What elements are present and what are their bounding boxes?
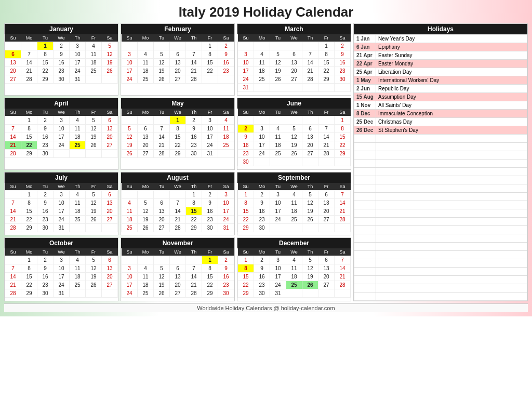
day-header: We bbox=[170, 34, 186, 42]
day-header: We bbox=[170, 248, 186, 256]
cal-day: 19 bbox=[86, 207, 102, 215]
holiday-name: Immaculate Conception bbox=[376, 110, 527, 118]
cal-day: 11 bbox=[138, 273, 154, 281]
cal-day: 26 bbox=[138, 223, 154, 232]
day-header: Mo bbox=[254, 183, 270, 191]
cal-day: 2 bbox=[218, 256, 234, 264]
cal-day: 13 bbox=[318, 198, 335, 207]
cal-day: 31 bbox=[238, 84, 254, 92]
cal-day: 14 bbox=[302, 59, 318, 67]
day-header: Fr bbox=[86, 183, 102, 191]
day-header: Th bbox=[70, 109, 86, 116]
cal-day: 4 bbox=[286, 190, 302, 198]
cal-day: 11 bbox=[254, 59, 270, 67]
cal-day bbox=[318, 289, 335, 298]
holiday-empty-row bbox=[354, 193, 527, 201]
cal-day: 27 bbox=[286, 75, 302, 84]
cal-day: 27 bbox=[102, 281, 118, 289]
cal-day: 28 bbox=[186, 289, 202, 298]
cal-day: 8 bbox=[238, 198, 254, 207]
cal-day: 20 bbox=[318, 273, 335, 281]
holiday-empty-row bbox=[354, 268, 527, 276]
cal-day: 25 bbox=[254, 75, 270, 84]
holiday-date: 6 Jan bbox=[354, 43, 376, 51]
cal-day bbox=[86, 289, 102, 298]
holiday-date: 21 Apr bbox=[354, 51, 376, 60]
cal-day bbox=[335, 223, 351, 232]
cal-day bbox=[138, 256, 154, 264]
cal-day: 12 bbox=[302, 198, 318, 207]
cal-day bbox=[102, 223, 118, 232]
cal-day: 5 bbox=[138, 198, 154, 207]
month-header: September bbox=[237, 172, 351, 183]
holiday-empty-row bbox=[354, 234, 527, 243]
day-header: Su bbox=[122, 248, 138, 256]
cal-day: 4 bbox=[138, 264, 154, 273]
cal-day: 23 bbox=[37, 141, 54, 149]
cal-day: 8 bbox=[21, 124, 37, 132]
cal-day: 16 bbox=[37, 273, 54, 281]
holiday-empty-row bbox=[354, 159, 527, 168]
holiday-date: 25 Apr bbox=[354, 68, 376, 76]
cal-table: SuMoTuWeThFrSa12345678910111213141516171… bbox=[121, 248, 234, 298]
cal-day: 26 bbox=[86, 281, 102, 289]
cal-day: 24 bbox=[218, 215, 234, 223]
day-header: Su bbox=[5, 183, 21, 191]
cal-day: 8 bbox=[170, 124, 186, 132]
cal-day: 4 bbox=[122, 198, 138, 207]
cal-day: 6 bbox=[318, 256, 335, 264]
cal-day bbox=[170, 42, 186, 50]
month-september: SeptemberSuMoTuWeThFrSa12345678910111213… bbox=[237, 172, 351, 236]
cal-day: 16 bbox=[186, 132, 202, 141]
holiday-empty-row bbox=[354, 284, 527, 292]
day-header: Su bbox=[122, 183, 138, 191]
cal-day bbox=[5, 256, 21, 264]
cal-day: 18 bbox=[86, 59, 102, 67]
cal-day: 29 bbox=[186, 223, 202, 232]
cal-day bbox=[86, 75, 102, 84]
cal-day: 27 bbox=[5, 75, 21, 84]
cal-day: 16 bbox=[218, 273, 234, 281]
cal-day bbox=[254, 42, 270, 50]
cal-day: 23 bbox=[186, 141, 202, 149]
cal-day: 29 bbox=[170, 149, 186, 157]
cal-day: 6 bbox=[170, 264, 186, 273]
cal-day: 10 bbox=[202, 124, 218, 132]
cal-day: 18 bbox=[138, 281, 154, 289]
cal-day: 28 bbox=[5, 223, 21, 232]
cal-day: 10 bbox=[254, 132, 270, 141]
cal-day bbox=[86, 149, 102, 157]
cal-day: 1 bbox=[335, 116, 351, 124]
holiday-name: Christmas Day bbox=[376, 118, 527, 126]
cal-day: 6 bbox=[286, 50, 302, 59]
cal-day: 11 bbox=[86, 50, 102, 59]
cal-day: 7 bbox=[5, 198, 21, 207]
cal-day: 25 bbox=[286, 215, 302, 223]
cal-day: 21 bbox=[318, 141, 335, 149]
day-header: Fr bbox=[202, 248, 218, 256]
cal-day: 2 bbox=[37, 256, 54, 264]
cal-day: 27 bbox=[302, 149, 318, 157]
cal-day: 25 bbox=[270, 149, 286, 157]
cal-day: 25 bbox=[138, 289, 154, 298]
cal-day: 22 bbox=[21, 281, 37, 289]
cal-day bbox=[21, 42, 37, 50]
cal-day: 31 bbox=[270, 289, 286, 298]
cal-day: 3 bbox=[70, 42, 86, 50]
day-header: Tu bbox=[154, 183, 170, 191]
cal-day: 25 bbox=[286, 281, 302, 289]
holiday-date: 1 Jan bbox=[354, 35, 376, 43]
day-header: Su bbox=[122, 34, 138, 42]
cal-table: SuMoTuWeThFrSa12345678910111213141516171… bbox=[121, 34, 234, 84]
cal-day bbox=[202, 75, 218, 84]
cal-day: 17 bbox=[202, 132, 218, 141]
cal-table: SuMoTuWeThFrSa12345678910111213141516171… bbox=[237, 34, 351, 92]
cal-day: 15 bbox=[238, 273, 254, 281]
cal-day: 11 bbox=[270, 132, 286, 141]
day-header: Mo bbox=[138, 183, 154, 191]
cal-day: 24 bbox=[70, 67, 86, 75]
cal-day: 3 bbox=[270, 256, 286, 264]
cal-day: 18 bbox=[270, 141, 286, 149]
cal-day: 13 bbox=[302, 132, 318, 141]
cal-day: 28 bbox=[5, 289, 21, 298]
